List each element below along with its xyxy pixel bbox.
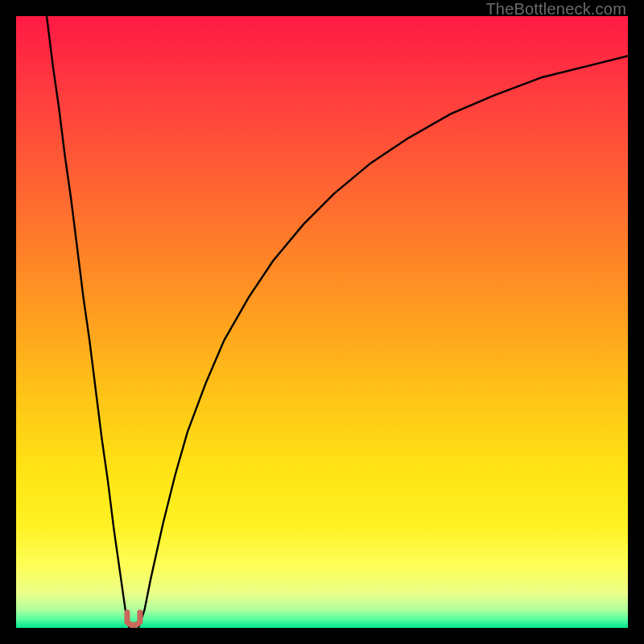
plot-area — [16, 16, 628, 628]
bottleneck-marker-icon — [127, 613, 140, 625]
chart-frame: TheBottleneck.com — [0, 0, 644, 644]
watermark-text: TheBottleneck.com — [485, 0, 626, 19]
curve-left-branch — [47, 16, 130, 628]
curve-right-branch — [138, 56, 628, 628]
curves-layer — [16, 16, 628, 628]
